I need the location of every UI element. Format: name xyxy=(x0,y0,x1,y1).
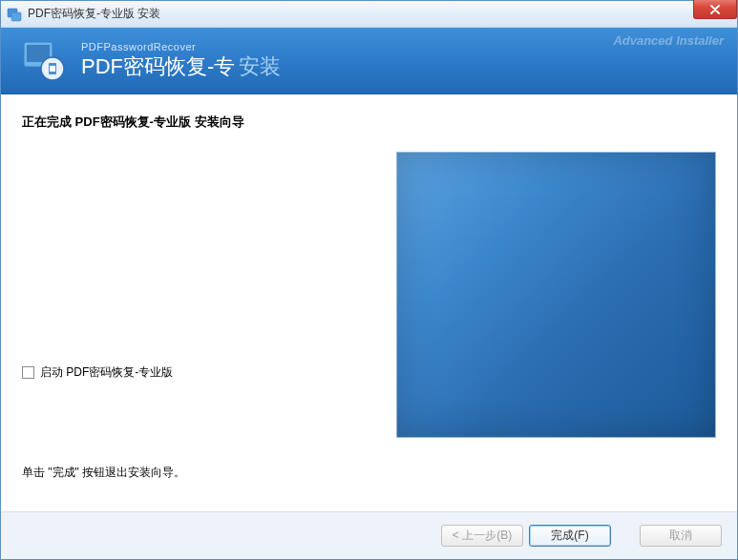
product-icon xyxy=(20,36,70,86)
close-button[interactable] xyxy=(693,0,737,19)
close-icon xyxy=(710,5,720,14)
left-column: 正在完成 PDF密码恢复-专业版 安装向导 启动 PDF密码恢复-专业版 单击 … xyxy=(22,114,366,492)
preview-image xyxy=(396,152,716,438)
banner-text: PDFPasswordRecover PDF密码恢复-专安装 xyxy=(81,41,281,81)
title-bar: PDF密码恢复-专业版 安装 xyxy=(1,1,737,28)
header-banner: PDFPasswordRecover PDF密码恢复-专安装 Advanced … xyxy=(1,28,737,94)
launch-checkbox-row: 启动 PDF密码恢复-专业版 xyxy=(22,364,366,381)
launch-checkbox[interactable] xyxy=(22,366,34,379)
product-title: PDF密码恢复-专安装 xyxy=(81,52,281,81)
finish-button[interactable]: 完成(F) xyxy=(529,525,611,547)
installer-window: PDF密码恢复-专业版 安装 PDFPasswordRecover PDF密码恢… xyxy=(0,0,738,560)
content-area: 正在完成 PDF密码恢复-专业版 安装向导 启动 PDF密码恢复-专业版 单击 … xyxy=(1,94,737,511)
svg-rect-1 xyxy=(11,12,21,21)
product-subtitle: PDFPasswordRecover xyxy=(81,41,281,52)
window-title: PDF密码恢复-专业版 安装 xyxy=(28,6,160,22)
footer-bar: < 上一步(B) 完成(F) 取消 xyxy=(1,511,737,559)
exit-hint: 单击 "完成" 按钮退出安装向导。 xyxy=(22,465,185,481)
installer-watermark: Advanced Installer xyxy=(613,33,724,48)
page-heading: 正在完成 PDF密码恢复-专业版 安装向导 xyxy=(22,114,366,131)
launch-checkbox-label: 启动 PDF密码恢复-专业版 xyxy=(40,364,173,381)
svg-rect-6 xyxy=(50,66,55,72)
app-icon xyxy=(7,7,22,22)
back-button: < 上一步(B) xyxy=(441,525,523,547)
cancel-button: 取消 xyxy=(640,525,722,547)
